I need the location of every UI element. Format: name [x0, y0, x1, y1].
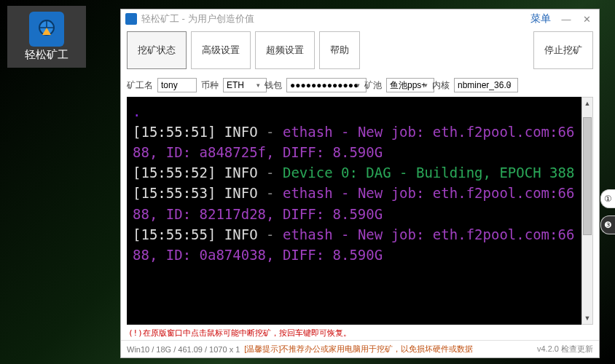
scroll-up-icon[interactable]: ▲: [582, 98, 592, 109]
miner-name-input[interactable]: [157, 78, 197, 92]
side-tab-1[interactable]: ①: [600, 189, 615, 208]
scroll-down-icon[interactable]: ▼: [582, 312, 592, 324]
coin-label: 币种: [201, 79, 219, 92]
titlebar: 轻松矿工 - 为用户创造价值 菜单 — ✕: [121, 9, 599, 28]
kernel-label: 内核: [432, 79, 450, 92]
stop-mining-button[interactable]: 停止挖矿: [533, 31, 593, 69]
status-tip: [温馨提示]不推荐办公或家用电脑用于挖矿，以免损坏硬件或数据: [244, 344, 473, 355]
minimize-button[interactable]: —: [558, 14, 574, 25]
version-check-update[interactable]: v4.2.0 检查更新: [537, 344, 593, 355]
side-tab-2[interactable]: ❸: [600, 215, 615, 234]
menu-button[interactable]: 菜单: [528, 12, 554, 25]
kernel-select[interactable]: [454, 78, 518, 92]
console-area: . [15:55:51] INFO - ethash - New job: et…: [127, 97, 593, 325]
tab-overclock[interactable]: 超频设置: [255, 31, 315, 69]
miner-label: 矿工名: [127, 79, 153, 92]
toolbar: 挖矿状态 高级设置 超频设置 帮助 停止挖矿: [121, 28, 599, 75]
scroll-thumb[interactable]: [583, 117, 592, 235]
status-bar: Win10 / 18G / 461.09 / 1070 x 1 [温馨提示]不推…: [121, 340, 599, 357]
params-bar: 矿工名 币种 钱包 矿池 内核: [121, 75, 599, 97]
side-tabs: ① ❸: [600, 189, 615, 234]
tab-mining-status[interactable]: 挖矿状态: [127, 31, 187, 69]
desktop-shortcut-label: 轻松矿工: [7, 48, 86, 62]
app-window: 轻松矿工 - 为用户创造价值 菜单 — ✕ 挖矿状态 高级设置 超频设置 帮助 …: [120, 9, 600, 358]
titlebar-icon: [125, 13, 137, 25]
console-output: . [15:55:51] INFO - ethash - New job: et…: [127, 97, 581, 325]
pool-select[interactable]: [386, 78, 434, 92]
scrollbar[interactable]: ▲ ▼: [581, 97, 593, 325]
wallet-select[interactable]: [286, 78, 367, 92]
console-warning: (!)在原版窗口中点击鼠标可能中断挖矿，按回车键即可恢复。: [121, 325, 599, 340]
tab-advanced[interactable]: 高级设置: [191, 31, 251, 69]
coin-select[interactable]: [223, 78, 267, 92]
system-info: Win10 / 18G / 461.09 / 1070 x 1: [127, 345, 240, 354]
wallet-label: 钱包: [265, 79, 282, 92]
close-button[interactable]: ✕: [579, 14, 595, 25]
pool-label: 矿池: [364, 79, 382, 92]
window-title: 轻松矿工 - 为用户创造价值: [141, 12, 523, 25]
app-icon: [29, 12, 64, 47]
scroll-track[interactable]: [582, 109, 592, 312]
tab-help[interactable]: 帮助: [319, 31, 360, 69]
desktop-shortcut[interactable]: 轻松矿工: [7, 6, 86, 68]
